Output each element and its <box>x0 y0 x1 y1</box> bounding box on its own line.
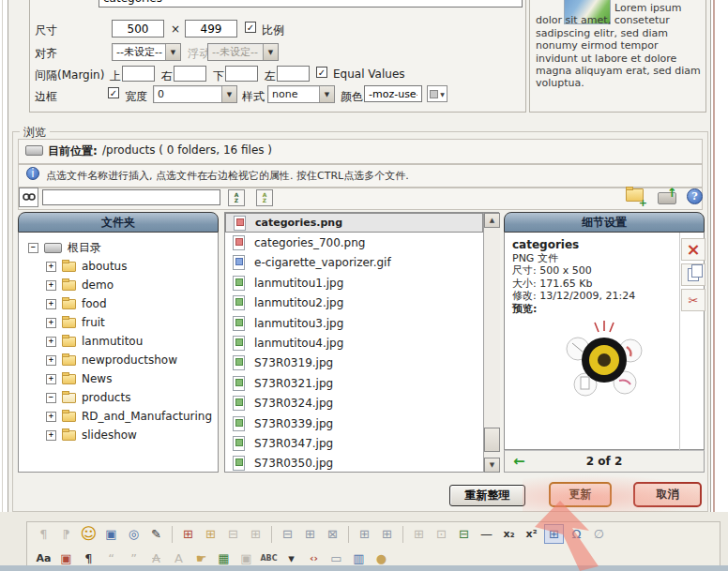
new-folder-button[interactable]: + <box>626 188 646 205</box>
insert-col-after-icon[interactable]: ⊞ <box>377 524 397 544</box>
file-item[interactable]: S73R0324.jpg <box>225 394 483 413</box>
tree-item-fruit[interactable]: +fruit <box>19 313 218 332</box>
file-item[interactable]: S73R0319.jpg <box>225 353 483 373</box>
scroll-thumb[interactable] <box>484 428 500 452</box>
width-input[interactable] <box>112 20 164 38</box>
table-cell-icon[interactable]: ⊡ <box>432 524 451 544</box>
border-color-label: 颜色 <box>341 89 363 105</box>
tree-item-demo[interactable]: +demo <box>19 276 218 294</box>
emoticon-icon[interactable]: ☺ <box>79 524 99 544</box>
insert-row-after-icon[interactable]: ⊞ <box>201 524 220 544</box>
sort-asc-button[interactable]: A Z <box>228 189 245 206</box>
margin-left-input[interactable] <box>277 66 310 82</box>
file-list-scrollbar[interactable]: ▲ ▼ <box>483 213 500 473</box>
sort-desc-button[interactable]: A Z <box>256 189 273 206</box>
file-name: lanmutitou3.jpg <box>254 317 343 330</box>
hr-icon[interactable]: — <box>477 524 496 544</box>
expand-icon[interactable]: + <box>46 280 56 291</box>
remove-format-icon[interactable]: ∅ <box>589 524 609 544</box>
float-select: --未设定-- ▼ <box>207 43 279 61</box>
edit-html-icon[interactable]: ✎ <box>146 524 166 544</box>
expand-icon[interactable]: + <box>46 355 56 366</box>
ratio-checkbox[interactable]: ✓ <box>245 22 256 33</box>
ltr-paragraph-icon[interactable]: ¶ <box>34 524 53 544</box>
file-item[interactable]: categories.png <box>225 213 483 233</box>
folders-panel: −根目录+aboutus+demo+food+fruit+lanmutitou+… <box>18 233 219 473</box>
update-button[interactable]: 更新 <box>549 482 612 507</box>
delete-row-icon[interactable]: ⊟ <box>223 524 243 544</box>
folder-icon <box>62 374 76 384</box>
special-char-icon[interactable]: Ω <box>567 524 586 544</box>
preview-icon[interactable]: ◎ <box>124 524 144 544</box>
help-icon[interactable]: ? <box>687 188 703 204</box>
file-name: S73R0350.jpg <box>254 457 333 470</box>
align-select[interactable]: --未设定-- ▼ <box>112 43 181 61</box>
expand-icon[interactable]: + <box>46 318 56 328</box>
superscript-icon[interactable]: x² <box>522 524 541 544</box>
cut-file-button[interactable]: ✂ <box>681 289 705 311</box>
print-icon[interactable]: ⊟ <box>454 524 474 544</box>
expand-icon[interactable]: + <box>46 374 56 384</box>
tree-item-label: products <box>82 391 130 404</box>
cancel-button[interactable]: 取消 <box>633 482 702 507</box>
split-cells-icon[interactable]: ⊠ <box>323 524 342 544</box>
file-item[interactable]: S73R0347.jpg <box>225 433 483 453</box>
insert-row-before-icon[interactable]: ⊞ <box>178 524 198 544</box>
tree-item-lanmutitou[interactable]: +lanmutitou <box>19 332 218 351</box>
file-item[interactable]: lanmutitou4.jpg <box>225 333 483 353</box>
table-grid-icon[interactable]: ⊞ <box>409 524 429 544</box>
border-width-checkbox[interactable]: ✓ <box>108 87 119 98</box>
expand-icon[interactable]: + <box>46 412 56 422</box>
upload-button[interactable]: ↑ <box>658 188 678 205</box>
filter-input[interactable] <box>42 189 220 205</box>
file-item[interactable]: categories_700.png <box>225 233 483 252</box>
margin-right-input[interactable] <box>174 66 206 82</box>
collapse-icon[interactable]: − <box>28 243 38 253</box>
file-item[interactable]: S73R0350.jpg <box>225 454 483 473</box>
insert-table-icon[interactable]: ⊞ <box>544 524 564 544</box>
image-name-input[interactable] <box>99 0 523 8</box>
expand-icon[interactable]: + <box>46 337 56 347</box>
scroll-up-button[interactable]: ▲ <box>484 213 500 228</box>
file-item[interactable]: lanmutitou3.jpg <box>225 313 483 333</box>
tree-item-News[interactable]: +News <box>19 369 218 388</box>
tree-item-aboutus[interactable]: +aboutus <box>19 257 218 276</box>
insert-col-before-icon[interactable]: ⊞ <box>355 524 374 544</box>
search-icon[interactable] <box>19 188 38 207</box>
tree-item-slideshow[interactable]: +slideshow <box>19 426 218 444</box>
file-item[interactable]: S73R0339.jpg <box>225 413 483 433</box>
equal-values-checkbox[interactable]: ✓ <box>316 67 327 78</box>
file-item[interactable]: e-cigarette_vaporizer.gif <box>225 253 483 273</box>
layer-icon[interactable]: ▣ <box>101 524 121 544</box>
merge-cells-icon[interactable]: ⊞ <box>300 524 320 544</box>
expand-icon[interactable]: + <box>46 299 56 309</box>
file-item[interactable]: lanmutitou2.jpg <box>225 293 483 313</box>
tree-item-root[interactable]: −根目录 <box>19 238 218 257</box>
file-item[interactable]: S73R0321.jpg <box>225 373 483 393</box>
border-style-select[interactable]: none ▼ <box>267 85 335 103</box>
margin-top-input[interactable] <box>122 66 155 82</box>
margin-bottom-input[interactable] <box>225 66 258 82</box>
height-input[interactable] <box>185 20 237 38</box>
cell-props-icon[interactable]: ⊟ <box>278 524 297 544</box>
copy-file-button[interactable] <box>681 263 705 286</box>
file-name: lanmutitou4.jpg <box>254 337 343 350</box>
tree-item-products[interactable]: −products <box>19 388 218 407</box>
tree-item-food[interactable]: +food <box>19 294 218 313</box>
border-width-select[interactable]: 0 ▼ <box>153 85 237 103</box>
tree-item-newproductshow[interactable]: +newproductshow <box>19 351 218 369</box>
collapse-icon[interactable]: − <box>46 393 56 403</box>
table-props-icon[interactable]: ⊞ <box>246 524 265 544</box>
tree-item-RD_and_Manufacturing[interactable]: +RD_and_Manufacturing <box>19 407 218 426</box>
refresh-button[interactable]: 重新整理 <box>449 485 525 506</box>
expand-icon[interactable]: + <box>46 430 56 441</box>
file-item[interactable]: lanmutitou1.jpg <box>225 273 483 293</box>
border-color-input[interactable] <box>364 85 422 102</box>
expand-icon[interactable]: + <box>46 262 56 272</box>
rtl-paragraph-icon[interactable]: ¶ <box>56 524 76 544</box>
scroll-down-button[interactable]: ▼ <box>484 458 500 473</box>
color-picker-button[interactable]: ▼ <box>427 85 447 102</box>
png-file-icon <box>233 235 245 250</box>
subscript-icon[interactable]: x₂ <box>499 524 519 544</box>
delete-file-button[interactable]: × <box>681 238 705 261</box>
